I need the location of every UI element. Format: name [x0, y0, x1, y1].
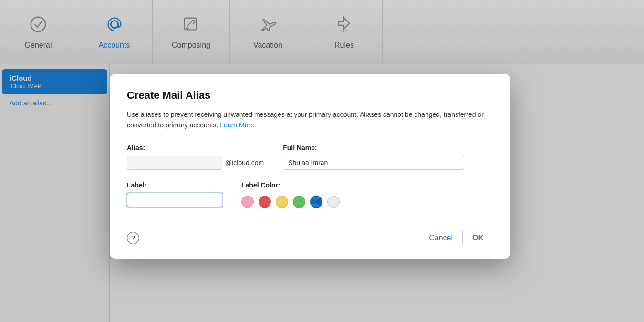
- dialog-buttons: Cancel OK: [419, 231, 493, 245]
- app-window: General Accounts: [0, 0, 644, 322]
- alias-domain: @icloud.com: [225, 159, 264, 166]
- alias-input-row: @icloud.com: [127, 156, 264, 170]
- dialog-description: Use aliases to prevent receiving unwante…: [127, 109, 493, 131]
- alias-group: Alias: @icloud.com: [127, 144, 264, 170]
- color-white[interactable]: [327, 196, 340, 208]
- form-row-2: Label: Label Color:: [127, 181, 493, 208]
- fullname-group: Full Name:: [283, 144, 464, 170]
- color-red[interactable]: [259, 196, 271, 208]
- dialog-footer: ? Cancel OK: [127, 223, 493, 245]
- color-yellow[interactable]: [276, 196, 288, 208]
- label-color-group: Label Color:: [241, 181, 340, 208]
- label-input[interactable]: [127, 193, 222, 207]
- create-alias-dialog: Create Mail Alias Use aliases to prevent…: [110, 74, 510, 259]
- form-row-1: Alias: @icloud.com Full Name:: [127, 144, 493, 170]
- fullname-label: Full Name:: [283, 144, 464, 152]
- ok-button[interactable]: OK: [463, 231, 493, 245]
- main-area: iCloud iCloud IMAP Add an alias... Creat…: [0, 64, 644, 322]
- alias-input[interactable]: [127, 156, 222, 170]
- color-green[interactable]: [293, 196, 305, 208]
- fullname-input[interactable]: [283, 156, 464, 170]
- dialog-description-text: Use aliases to prevent receiving unwante…: [127, 111, 484, 129]
- label-group: Label:: [127, 181, 222, 207]
- color-blue[interactable]: [310, 196, 322, 208]
- label-label: Label:: [127, 181, 222, 189]
- cancel-button[interactable]: Cancel: [419, 231, 462, 245]
- learn-more-link[interactable]: Learn More.: [220, 121, 256, 129]
- help-button[interactable]: ?: [127, 232, 139, 244]
- color-swatches: [241, 196, 340, 208]
- color-pink[interactable]: [241, 196, 254, 208]
- label-color-label: Label Color:: [241, 181, 340, 189]
- dialog-title: Create Mail Alias: [127, 89, 493, 102]
- alias-label: Alias:: [127, 144, 264, 152]
- modal-overlay: Create Mail Alias Use aliases to prevent…: [0, 0, 644, 322]
